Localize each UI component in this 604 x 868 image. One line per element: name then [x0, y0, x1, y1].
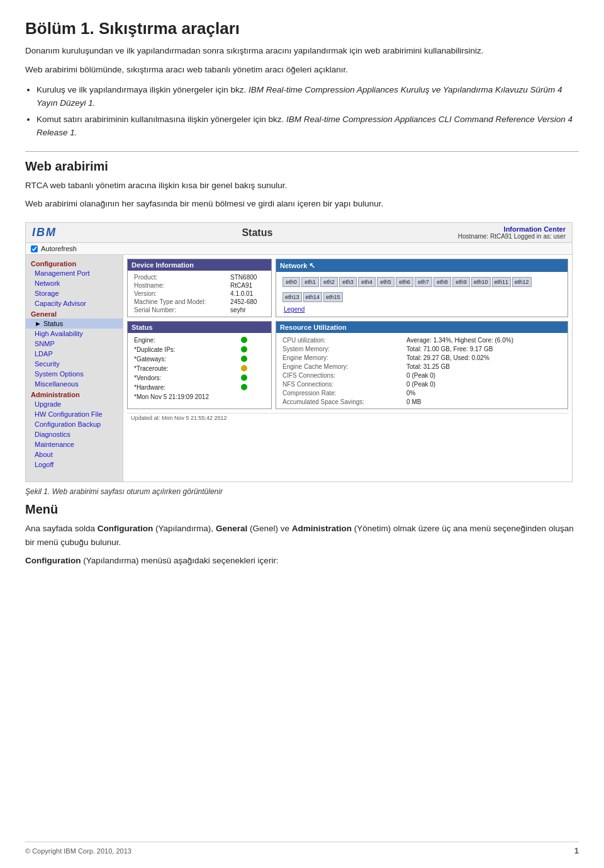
sidebar-item-snmp[interactable]: SNMP: [26, 339, 123, 349]
resource-body: CPU utilization:Average: 1.34%, Highest …: [276, 333, 568, 409]
table-row: *Duplicate IPs:: [131, 345, 267, 354]
config-paragraph: Configuration (Yapılandırma) menüsü aşağ…: [25, 554, 579, 568]
sidebar-item-miscellaneous[interactable]: Miscellaneous: [26, 379, 123, 389]
label: Engine Memory:: [280, 353, 404, 362]
device-info-header: Device Information: [128, 259, 271, 271]
table-row: System Memory:Total: 71.00 GB, Free: 9.1…: [280, 344, 564, 353]
port-eth15[interactable]: eth15: [323, 292, 343, 302]
table-row: Engine Memory:Total: 29.27 GB, Used: 0.0…: [280, 353, 564, 362]
device-info-body: Product:STN6800 Hostname:RtCA91 Version:…: [128, 271, 271, 317]
table-row: Engine Cache Memory:Total: 31.25 GB: [280, 362, 564, 371]
status-value: [236, 364, 267, 373]
port-eth14[interactable]: eth14: [303, 292, 323, 302]
value: 0 MB: [404, 397, 564, 406]
table-row: *Traceroute:: [131, 364, 267, 373]
sidebar-item-ldap[interactable]: LDAP: [26, 349, 123, 359]
sidebar-item-network[interactable]: Network: [26, 278, 123, 288]
label: CIFS Connections:: [280, 371, 404, 380]
top-row: Device Information Product:STN6800 Hostn…: [127, 259, 568, 317]
network-ports-row1: eth0 eth1 eth2 eth3 eth4 eth5 eth6 eth7 …: [280, 274, 564, 290]
figure-caption: Şekil 1. Web arabirimi sayfası oturum aç…: [25, 487, 579, 496]
network-header: Network ↖: [276, 259, 568, 272]
network-label: Network: [280, 262, 307, 269]
sidebar-item-capacity-advisor[interactable]: Capacity Advisor: [26, 298, 123, 308]
table-row: Serial Number:seyhr: [131, 306, 267, 314]
port-eth13[interactable]: eth13: [282, 292, 302, 302]
sidebar-section-configuration: Configuration: [26, 258, 123, 268]
sidebar-item-management-port[interactable]: Management Port: [26, 268, 123, 278]
autorefresh-checkbox[interactable]: [31, 245, 38, 252]
label: System Memory:: [280, 344, 404, 353]
info-center: Information Center Hostname: RtCA91 Logg…: [458, 225, 566, 240]
status-value: [236, 373, 267, 383]
label: CPU utilization:: [280, 335, 404, 344]
status-panel-header: Status: [128, 322, 271, 333]
port-eth3[interactable]: eth3: [339, 277, 357, 287]
sidebar-item-status[interactable]: ► Status: [26, 318, 123, 329]
ibm-logo: IBM: [32, 226, 57, 239]
table-row: CPU utilization:Average: 1.34%, Highest …: [280, 335, 564, 344]
sidebar: Configuration Management Port Network St…: [26, 255, 123, 482]
table-row: CIFS Connections:0 (Peak 0): [280, 371, 564, 380]
value: RtCA91: [228, 281, 267, 290]
status-dot-green: [241, 375, 247, 381]
port-eth0[interactable]: eth0: [282, 277, 300, 287]
legend-link[interactable]: Legend: [280, 305, 564, 314]
status-label: *Duplicate IPs:: [131, 345, 236, 354]
table-row: Engine:: [131, 335, 267, 345]
port-eth7[interactable]: eth7: [415, 277, 432, 287]
sidebar-item-system-options[interactable]: System Options: [26, 369, 123, 379]
bold-administration: Administration: [292, 524, 352, 533]
port-eth9[interactable]: eth9: [452, 277, 470, 287]
value: Total: 71.00 GB, Free: 9.17 GB: [404, 344, 564, 353]
sidebar-item-high-availability[interactable]: High Availability: [26, 329, 123, 339]
value: 0%: [404, 388, 564, 397]
port-eth4[interactable]: eth4: [358, 277, 376, 287]
value: 0 (Peak 0): [404, 371, 564, 380]
sidebar-item-diagnostics[interactable]: Diagnostics: [26, 429, 123, 439]
port-eth6[interactable]: eth6: [396, 277, 413, 287]
resource-panel: Resource Utilization CPU utilization:Ave…: [276, 321, 568, 409]
sidebar-section-administration: Administration: [26, 389, 123, 399]
chapter-title: Bölüm 1. Sıkıştırma araçları: [25, 19, 579, 38]
port-eth11[interactable]: eth11: [492, 277, 512, 287]
status-title: Status: [229, 227, 285, 239]
label: Version:: [131, 290, 228, 298]
sidebar-item-maintenance[interactable]: Maintenance: [26, 439, 123, 449]
bullet-list: Kuruluş ve ilk yapılandırmaya ilişkin yö…: [36, 83, 579, 140]
value: 4.1.0.01: [228, 290, 267, 298]
sidebar-item-logoff[interactable]: Logoff: [26, 459, 123, 470]
label: Hostname:: [131, 281, 228, 290]
label: Product:: [131, 273, 228, 281]
port-eth1[interactable]: eth1: [301, 277, 319, 287]
status-value: [236, 345, 267, 354]
port-eth8[interactable]: eth8: [433, 277, 451, 287]
value: Average: 1.34%, Highest Core: (6.0%): [404, 335, 564, 344]
sidebar-item-storage[interactable]: Storage: [26, 288, 123, 298]
bullet-item-1: Kuruluş ve ilk yapılandırmaya ilişkin yö…: [36, 83, 579, 110]
port-eth2[interactable]: eth2: [320, 277, 338, 287]
sidebar-item-upgrade[interactable]: Upgrade: [26, 399, 123, 409]
bold-general: General: [216, 524, 247, 533]
updated-text: Updated at: Mon Nov 5 21:55:42 2012: [127, 413, 568, 422]
table-row: *Mon Nov 5 21:19:09 2012: [131, 392, 267, 401]
sidebar-item-config-backup[interactable]: Configuration Backup: [26, 419, 123, 429]
label: Serial Number:: [131, 306, 228, 314]
sidebar-item-about[interactable]: About: [26, 449, 123, 459]
device-info-panel: Device Information Product:STN6800 Hostn…: [127, 259, 272, 317]
port-eth12[interactable]: eth12: [512, 277, 532, 287]
table-row: Product:STN6800: [131, 273, 267, 281]
cursor-icon: ↖: [309, 261, 315, 270]
status-label: *Hardware:: [131, 383, 236, 392]
label: NFS Connections:: [280, 380, 404, 388]
port-eth5[interactable]: eth5: [377, 277, 394, 287]
sidebar-section-general: General: [26, 308, 123, 318]
table-row: Accumulated Space Savings:0 MB: [280, 397, 564, 406]
page-footer: © Copyright IBM Corp. 2010, 2013 1: [25, 842, 579, 855]
value: Total: 31.25 GB: [404, 362, 564, 371]
port-eth10[interactable]: eth10: [471, 277, 491, 287]
network-ports-row2: eth13 eth14 eth15: [280, 290, 564, 305]
intro-paragraph: Donanım kuruluşundan ve ilk yapılandırma…: [25, 45, 579, 57]
sidebar-item-hw-config[interactable]: HW Configuration File: [26, 409, 123, 419]
sidebar-item-security[interactable]: Security: [26, 359, 123, 369]
